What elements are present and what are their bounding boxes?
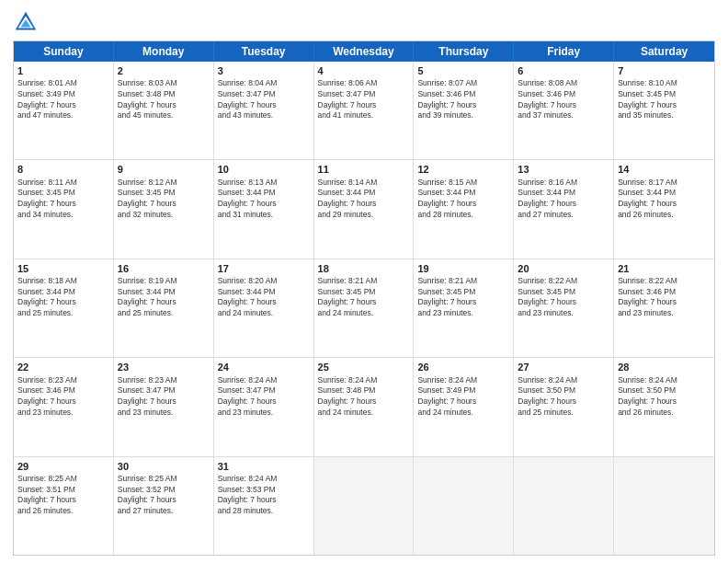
calendar-cell: 31 Sunrise: 8:24 AM Sunset: 3:53 PM Dayl… (214, 457, 314, 555)
calendar-cell: 26 Sunrise: 8:24 AM Sunset: 3:49 PM Dayl… (414, 358, 514, 455)
cell-sunset: Sunset: 3:45 PM (417, 287, 475, 296)
calendar-cell: 13 Sunrise: 8:16 AM Sunset: 3:44 PM Dayl… (514, 160, 614, 258)
cell-minutes: and 31 minutes. (218, 210, 273, 219)
cell-sunrise: Sunrise: 8:24 AM (417, 375, 477, 385)
cell-daylight: Daylight: 7 hours (118, 100, 176, 109)
cell-sunset: Sunset: 3:45 PM (618, 89, 676, 98)
calendar-cell (314, 457, 415, 555)
cell-sunrise: Sunrise: 8:18 AM (17, 276, 77, 285)
cell-sunset: Sunset: 3:44 PM (618, 188, 676, 197)
calendar-cell: 9 Sunrise: 8:12 AM Sunset: 3:45 PM Dayli… (114, 160, 214, 258)
cell-daylight: Daylight: 7 hours (118, 199, 176, 208)
cell-minutes: and 26 minutes. (17, 506, 73, 515)
calendar-cell: 14 Sunrise: 8:17 AM Sunset: 3:44 PM Dayl… (614, 160, 714, 258)
cell-minutes: and 25 minutes. (118, 308, 173, 317)
calendar-cell: 27 Sunrise: 8:24 AM Sunset: 3:50 PM Dayl… (514, 358, 614, 455)
cell-minutes: and 24 minutes. (218, 308, 273, 317)
cell-sunset: Sunset: 3:45 PM (17, 188, 75, 197)
day-number: 10 (218, 163, 310, 176)
cell-minutes: and 43 minutes. (218, 110, 273, 120)
cell-sunset: Sunset: 3:46 PM (518, 89, 575, 98)
cell-minutes: and 26 minutes. (618, 210, 673, 219)
calendar-cell: 24 Sunrise: 8:24 AM Sunset: 3:47 PM Dayl… (214, 358, 314, 455)
cell-sunset: Sunset: 3:44 PM (318, 188, 376, 197)
cell-sunrise: Sunrise: 8:24 AM (218, 375, 278, 385)
calendar-cell: 16 Sunrise: 8:19 AM Sunset: 3:44 PM Dayl… (114, 259, 214, 357)
cell-sunrise: Sunrise: 8:20 AM (218, 276, 278, 285)
calendar-cell: 19 Sunrise: 8:21 AM Sunset: 3:45 PM Dayl… (414, 259, 514, 357)
day-number: 29 (17, 460, 109, 473)
calendar-row: 1 Sunrise: 8:01 AM Sunset: 3:49 PM Dayli… (14, 62, 714, 160)
day-number: 9 (118, 163, 210, 176)
day-number: 14 (618, 163, 711, 176)
header-day: Monday (114, 41, 214, 62)
cell-daylight: Daylight: 7 hours (218, 199, 277, 208)
cell-daylight: Daylight: 7 hours (318, 396, 377, 406)
day-number: 1 (17, 64, 109, 77)
cell-daylight: Daylight: 7 hours (17, 297, 76, 306)
cell-sunset: Sunset: 3:46 PM (17, 385, 75, 395)
day-number: 22 (17, 361, 109, 373)
cell-daylight: Daylight: 7 hours (218, 100, 277, 109)
cell-minutes: and 23 minutes. (17, 408, 73, 417)
header-day: Wednesday (314, 41, 415, 62)
cell-sunset: Sunset: 3:52 PM (118, 485, 176, 494)
day-number: 20 (518, 262, 609, 275)
cell-minutes: and 23 minutes. (118, 408, 173, 417)
cell-minutes: and 34 minutes. (17, 210, 73, 219)
cell-sunset: Sunset: 3:49 PM (17, 89, 75, 98)
cell-daylight: Daylight: 7 hours (17, 199, 76, 208)
cell-minutes: and 37 minutes. (518, 110, 573, 120)
day-number: 23 (118, 361, 210, 373)
cell-sunset: Sunset: 3:44 PM (17, 287, 75, 296)
cell-sunrise: Sunrise: 8:13 AM (218, 178, 278, 187)
cell-minutes: and 41 minutes. (318, 110, 373, 120)
calendar-cell: 10 Sunrise: 8:13 AM Sunset: 3:44 PM Dayl… (214, 160, 314, 258)
header-day: Friday (514, 41, 614, 62)
cell-daylight: Daylight: 7 hours (618, 100, 677, 109)
calendar-cell: 30 Sunrise: 8:25 AM Sunset: 3:52 PM Dayl… (114, 457, 214, 555)
cell-sunrise: Sunrise: 8:06 AM (318, 78, 378, 87)
page: SundayMondayTuesdayWednesdayThursdayFrid… (0, 0, 728, 563)
calendar-cell: 6 Sunrise: 8:08 AM Sunset: 3:46 PM Dayli… (514, 62, 614, 159)
cell-sunrise: Sunrise: 8:17 AM (618, 178, 677, 187)
day-number: 12 (417, 163, 509, 176)
cell-minutes: and 32 minutes. (118, 210, 173, 219)
cell-sunrise: Sunrise: 8:14 AM (318, 178, 378, 187)
cell-sunset: Sunset: 3:48 PM (118, 89, 176, 98)
cell-sunset: Sunset: 3:47 PM (218, 385, 276, 395)
calendar-cell: 7 Sunrise: 8:10 AM Sunset: 3:45 PM Dayli… (614, 62, 714, 159)
cell-sunset: Sunset: 3:50 PM (518, 385, 575, 395)
cell-daylight: Daylight: 7 hours (318, 199, 377, 208)
cell-minutes: and 23 minutes. (218, 408, 273, 417)
cell-sunset: Sunset: 3:44 PM (218, 188, 276, 197)
cell-minutes: and 29 minutes. (318, 210, 373, 219)
calendar-cell: 17 Sunrise: 8:20 AM Sunset: 3:44 PM Dayl… (214, 259, 314, 357)
day-number: 2 (118, 64, 210, 77)
calendar-cell: 20 Sunrise: 8:22 AM Sunset: 3:45 PM Dayl… (514, 259, 614, 357)
day-number: 24 (218, 361, 310, 373)
day-number: 26 (417, 361, 509, 373)
calendar-row: 15 Sunrise: 8:18 AM Sunset: 3:44 PM Dayl… (14, 259, 714, 358)
day-number: 16 (118, 262, 210, 275)
cell-sunset: Sunset: 3:53 PM (218, 485, 276, 494)
cell-sunrise: Sunrise: 8:24 AM (218, 474, 278, 483)
calendar-body: 1 Sunrise: 8:01 AM Sunset: 3:49 PM Dayli… (14, 62, 714, 555)
cell-daylight: Daylight: 7 hours (118, 495, 176, 504)
cell-sunrise: Sunrise: 8:12 AM (118, 178, 177, 187)
cell-sunrise: Sunrise: 8:07 AM (417, 78, 477, 87)
cell-daylight: Daylight: 7 hours (17, 100, 76, 109)
cell-sunrise: Sunrise: 8:23 AM (17, 375, 77, 385)
day-number: 17 (218, 262, 310, 275)
cell-minutes: and 23 minutes. (417, 308, 472, 317)
day-number: 4 (318, 64, 410, 77)
cell-sunrise: Sunrise: 8:01 AM (17, 78, 77, 87)
header-day: Tuesday (214, 41, 314, 62)
calendar-header: SundayMondayTuesdayWednesdayThursdayFrid… (14, 41, 714, 62)
cell-daylight: Daylight: 7 hours (518, 199, 576, 208)
calendar-cell: 15 Sunrise: 8:18 AM Sunset: 3:44 PM Dayl… (14, 259, 114, 357)
calendar-cell (414, 457, 514, 555)
calendar: SundayMondayTuesdayWednesdayThursdayFrid… (13, 40, 715, 556)
cell-daylight: Daylight: 7 hours (118, 297, 176, 306)
calendar-cell: 3 Sunrise: 8:04 AM Sunset: 3:47 PM Dayli… (214, 62, 314, 159)
